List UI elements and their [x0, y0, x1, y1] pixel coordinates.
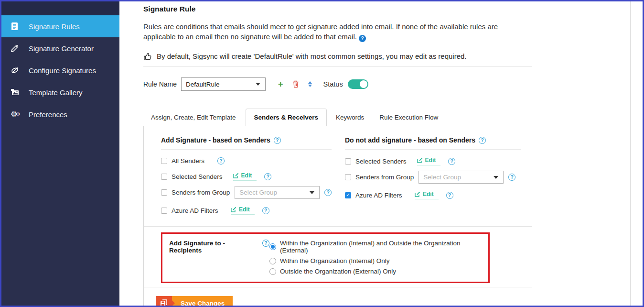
radio-label: Within the Organization (Internal) and O…: [280, 240, 483, 254]
status-toggle[interactable]: [348, 79, 368, 89]
selected-senders-checkbox[interactable]: [161, 174, 167, 180]
select-group-dropdown[interactable]: Select Group: [235, 186, 320, 199]
help-icon[interactable]: ?: [324, 189, 332, 196]
page-description: Rules are conditions that emails should …: [143, 22, 526, 42]
chevron-down-icon: [310, 191, 314, 194]
select-group-placeholder: Select Group: [239, 189, 277, 196]
help-icon[interactable]: ?: [479, 137, 486, 144]
radio-internal-external[interactable]: [269, 243, 276, 250]
rule-name-label: Rule Name: [143, 80, 177, 88]
sidebar-item-configure-signatures[interactable]: Configure Signatures: [1, 59, 119, 81]
select-group-dropdown[interactable]: Select Group: [419, 171, 504, 184]
section-divider: [144, 287, 532, 287]
save-icon: [156, 296, 172, 307]
checkbox-label: Selected Senders: [172, 173, 223, 180]
edit-azure-ad-filters-link[interactable]: Edit: [415, 191, 439, 199]
do-not-add-signature-senders-column: Do not add signature - based on Senders …: [345, 136, 521, 215]
pencil-icon: [11, 44, 22, 53]
delete-rule-icon[interactable]: [292, 80, 299, 88]
add-signature-senders-column: Add Signature - based on Senders ? All S…: [161, 136, 345, 215]
page-title: Signature Rule: [143, 5, 643, 13]
description-text: Rules are conditions that emails should …: [143, 22, 498, 41]
add-rule-icon[interactable]: +: [278, 80, 283, 88]
column-title: Do not add signature - based on Senders: [345, 136, 475, 144]
signature-rule-page: Signature Rules Signature Generator Conf…: [0, 0, 644, 307]
thumbs-up-icon: [143, 52, 152, 61]
all-senders-checkbox[interactable]: [161, 158, 167, 164]
checkbox-label: Senders from Group: [355, 174, 414, 181]
recipients-option-internal-only: Within the Organization (Internal) Only: [269, 257, 483, 264]
help-icon[interactable]: ?: [448, 158, 455, 165]
sender-columns: Add Signature - based on Senders ? All S…: [161, 136, 519, 215]
senders-receivers-panel: Add Signature - based on Senders ? All S…: [143, 126, 532, 307]
checkbox-label: Selected Senders: [355, 158, 407, 165]
radio-external-only[interactable]: [269, 268, 276, 275]
sort-up-arrow: [308, 81, 312, 84]
save-row: Save Changes: [161, 296, 519, 307]
checkbox-label: Azure AD Filters: [172, 207, 220, 214]
section-divider: [144, 226, 532, 227]
edit-selected-senders-link[interactable]: Edit: [417, 157, 441, 165]
save-changes-button[interactable]: Save Changes: [156, 296, 233, 307]
column-title: Add Signature - based on Senders: [161, 136, 270, 144]
sort-rules-icon[interactable]: [308, 81, 312, 87]
help-icon[interactable]: ?: [262, 240, 269, 247]
tab-assign-create-edit-template[interactable]: Assign, Create, Edit Template: [143, 110, 244, 126]
main-content: Signature Rule Rules are conditions that…: [119, 1, 643, 306]
tab-rule-execution-flow[interactable]: Rule Execution Flow: [372, 110, 446, 126]
selected-senders-checkbox[interactable]: [345, 158, 351, 164]
tab-senders-receivers[interactable]: Senders & Receivers: [246, 109, 327, 126]
help-icon[interactable]: ?: [508, 174, 515, 181]
sidebar-item-template-gallery[interactable]: Template Gallery: [1, 81, 119, 103]
toggle-knob: [360, 80, 367, 88]
recipients-option-internal-external: Within the Organization (Internal) and O…: [269, 240, 483, 254]
checkbox-label: All Senders: [172, 157, 208, 164]
document-lines-icon: [11, 22, 22, 31]
image-gallery-icon: [11, 88, 22, 97]
azure-ad-filters-checkbox[interactable]: [161, 208, 167, 214]
azure-ad-filters-checkbox[interactable]: ✓: [345, 192, 351, 198]
tab-keywords[interactable]: Keywords: [328, 110, 372, 126]
help-icon[interactable]: ?: [264, 173, 271, 180]
recipients-section: Add Signature to - Recipients ? Within t…: [161, 232, 490, 283]
azure-ad-filters-row: Azure AD Filters Edit ?: [161, 206, 345, 215]
recipients-label-group: Add Signature to - Recipients ?: [169, 240, 269, 275]
sort-down-arrow: [308, 85, 312, 87]
edit-label: Edit: [423, 191, 434, 197]
rule-name-select[interactable]: DefaultRule: [181, 77, 266, 91]
selected-senders-row: Selected Senders Edit ?: [161, 172, 345, 181]
help-icon[interactable]: ?: [359, 35, 366, 42]
column-heading: Do not add signature - based on Senders …: [345, 136, 521, 150]
rule-name-value: DefaultRule: [186, 81, 220, 88]
senders-from-group-row: Senders from Group Select Group ?: [345, 171, 521, 184]
sidebar-item-signature-generator[interactable]: Signature Generator: [1, 37, 119, 59]
gears-icon: ⚙⚙: [11, 110, 22, 119]
radio-label: Within the Organization (Internal) Only: [280, 257, 390, 264]
help-icon[interactable]: ?: [274, 137, 281, 144]
edit-azure-ad-filters-link[interactable]: Edit: [231, 206, 255, 215]
rule-tabs: Assign, Create, Edit Template Senders & …: [143, 109, 643, 126]
senders-from-group-row: Senders from Group Select Group ?: [161, 186, 345, 199]
sidebar-item-signature-rules[interactable]: Signature Rules: [1, 15, 119, 37]
sidebar-item-label: Configure Signatures: [29, 66, 96, 75]
sidebar-item-label: Signature Generator: [29, 44, 94, 53]
radio-internal-only[interactable]: [269, 258, 276, 264]
rule-name-row: Rule Name DefaultRule + Status: [143, 77, 643, 91]
default-rule-tip: By default, Sigsync will create 'Default…: [143, 52, 643, 61]
scrollbar-track[interactable]: [630, 1, 631, 306]
header-divider: [143, 66, 532, 67]
radio-label: Outside the Organization (External) Only: [280, 268, 396, 275]
recipients-options: Within the Organization (Internal) and O…: [269, 240, 483, 275]
edit-label: Edit: [239, 206, 250, 213]
help-icon[interactable]: ?: [217, 157, 225, 164]
help-icon[interactable]: ?: [262, 207, 269, 214]
recipients-label: Add Signature to - Recipients: [169, 240, 259, 254]
checkbox-label: Senders from Group: [172, 189, 230, 196]
help-icon[interactable]: ?: [446, 192, 453, 199]
recipients-option-external-only: Outside the Organization (External) Only: [269, 268, 483, 275]
tip-text: By default, Sigsync will create 'Default…: [157, 52, 467, 60]
senders-from-group-checkbox[interactable]: [161, 189, 167, 196]
sidebar-item-preferences[interactable]: ⚙⚙ Preferences: [1, 103, 119, 125]
senders-from-group-checkbox[interactable]: [345, 174, 351, 180]
edit-selected-senders-link[interactable]: Edit: [233, 172, 257, 181]
